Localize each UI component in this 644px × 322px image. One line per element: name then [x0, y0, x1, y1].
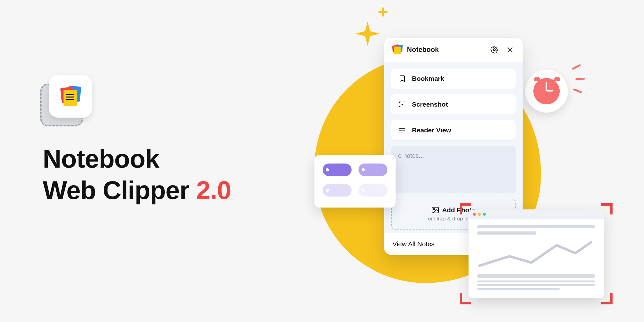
notes-input[interactable]: e notes... — [391, 146, 516, 193]
option-bookmark[interactable]: Bookmark — [391, 69, 516, 89]
reminder-clock-badge — [525, 58, 582, 115]
option-screenshot[interactable]: Screenshot — [391, 94, 516, 114]
panel-title: Notebook — [407, 46, 439, 54]
notebook-logo-icon — [60, 86, 80, 106]
color-toggles-card — [314, 155, 396, 208]
option-label: Bookmark — [412, 75, 444, 82]
sparkle-icon — [355, 21, 380, 46]
bookmark-icon — [398, 75, 406, 83]
browser-titlebar — [469, 209, 604, 219]
gear-icon — [491, 46, 498, 53]
svg-rect-8 — [432, 207, 438, 213]
option-label: Screenshot — [412, 101, 448, 108]
browser-window-mock — [469, 209, 604, 298]
hero-title-version: 2.0 — [196, 176, 231, 204]
app-icon-group — [40, 75, 94, 128]
window-min-dot-icon — [478, 213, 481, 216]
view-all-notes-link[interactable]: View All Notes — [392, 240, 435, 248]
toggle-swatch[interactable] — [358, 184, 387, 197]
panel-header: Notebook — [384, 38, 523, 62]
hero-title-prefix: Web Clipper — [43, 176, 196, 204]
notebook-logo-icon — [392, 45, 402, 55]
screenshot-capture-frame — [460, 203, 613, 304]
option-reader-view[interactable]: Reader View — [391, 120, 516, 140]
reader-view-icon — [398, 126, 406, 134]
browser-content-placeholder — [469, 219, 604, 297]
close-button[interactable] — [506, 45, 514, 54]
svg-point-0 — [493, 49, 495, 51]
window-close-dot-icon — [473, 213, 476, 216]
screenshot-icon — [398, 100, 406, 108]
settings-button[interactable] — [490, 45, 499, 54]
svg-point-9 — [433, 208, 435, 210]
sparkle-icon — [377, 6, 389, 18]
window-max-dot-icon — [483, 213, 486, 216]
toggle-swatch[interactable] — [358, 164, 387, 176]
hero-title: Notebook Web Clipper 2.0 — [43, 144, 231, 205]
toggle-swatch[interactable] — [323, 184, 352, 197]
hero-title-line1: Notebook — [43, 144, 231, 174]
image-icon — [431, 207, 439, 214]
line-chart-icon — [477, 239, 595, 269]
option-label: Reader View — [412, 126, 451, 134]
notes-placeholder: e notes... — [398, 152, 424, 159]
close-icon — [507, 46, 514, 53]
toggle-swatch[interactable] — [323, 164, 352, 176]
hero-title-line2: Web Clipper 2.0 — [43, 175, 231, 205]
alarm-clock-icon — [533, 78, 560, 104]
app-icon-tile — [49, 75, 92, 118]
